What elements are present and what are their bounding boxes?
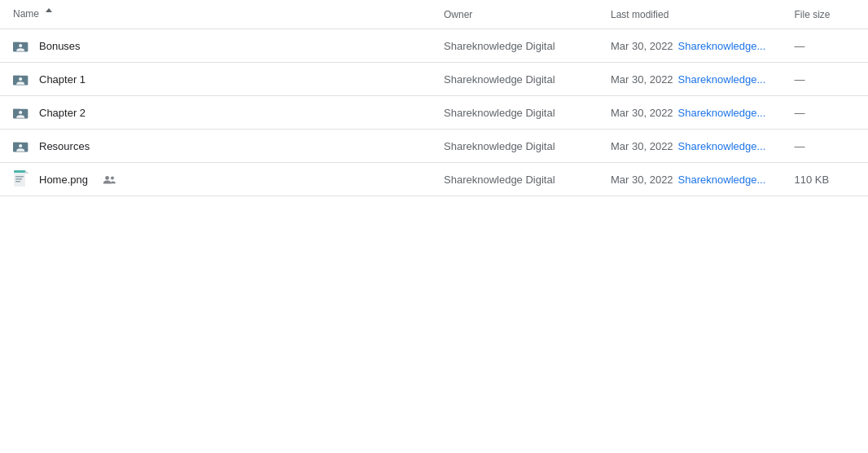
svg-point-5 — [19, 111, 22, 114]
size-cell: — — [785, 29, 869, 63]
modified-editor: Shareknowledge... — [678, 174, 766, 186]
shared-folder-icon — [13, 138, 29, 154]
size-header: File size — [785, 0, 869, 29]
modified-cell: Mar 30, 2022Shareknowledge... — [601, 29, 785, 63]
size-cell: 110 KB — [785, 163, 869, 196]
owner-header-label: Owner — [444, 9, 472, 20]
svg-point-1 — [19, 44, 22, 47]
modified-editor: Shareknowledge... — [678, 107, 766, 119]
file-name-label: Home.png — [39, 174, 88, 186]
modified-cell: Mar 30, 2022Shareknowledge... — [601, 130, 785, 163]
shared-icon — [103, 174, 116, 184]
file-name-label: Bonuses — [39, 40, 81, 52]
name-header-label: Name — [13, 8, 39, 20]
size-cell: — — [785, 130, 869, 163]
shared-folder-icon — [13, 37, 29, 54]
svg-point-3 — [19, 77, 22, 81]
svg-rect-12 — [14, 170, 25, 173]
modified-editor: Shareknowledge... — [678, 40, 766, 52]
modified-cell: Mar 30, 2022Shareknowledge... — [601, 96, 785, 130]
table-row[interactable]: Chapter 1Shareknowledge DigitalMar 30, 2… — [0, 63, 868, 96]
file-name-label: Chapter 2 — [39, 107, 85, 119]
table-row[interactable]: BonusesShareknowledge DigitalMar 30, 202… — [0, 29, 868, 63]
owner-cell: Shareknowledge Digital — [434, 96, 601, 130]
modified-date: Mar 30, 2022 — [611, 73, 673, 86]
svg-rect-11 — [15, 181, 20, 183]
owner-header: Owner — [434, 0, 601, 29]
name-cell-resources: Resources — [0, 130, 434, 163]
size-header-label: File size — [795, 9, 831, 20]
name-cell-bonuses: Bonuses — [0, 29, 434, 63]
modified-editor: Shareknowledge... — [678, 140, 766, 152]
file-name-label: Resources — [39, 140, 90, 152]
owner-cell: Shareknowledge Digital — [434, 63, 601, 96]
owner-cell: Shareknowledge Digital — [434, 163, 601, 196]
svg-point-14 — [111, 177, 114, 180]
name-header[interactable]: Name — [0, 0, 434, 29]
modified-date: Mar 30, 2022 — [611, 40, 673, 52]
file-name-label: Chapter 1 — [39, 73, 85, 86]
shared-folder-icon — [13, 104, 29, 121]
name-cell-home-png: Home.png — [0, 163, 434, 196]
modified-date: Mar 30, 2022 — [611, 107, 673, 119]
owner-cell: Shareknowledge Digital — [434, 29, 601, 63]
modified-editor: Shareknowledge... — [678, 73, 766, 86]
size-cell: — — [785, 63, 869, 96]
owner-cell: Shareknowledge Digital — [434, 130, 601, 163]
sort-icon — [45, 8, 53, 20]
name-cell-chapter2: Chapter 2 — [0, 96, 434, 130]
svg-point-7 — [19, 144, 22, 147]
shared-folder-icon — [13, 71, 29, 87]
modified-header-label: Last modified — [611, 9, 669, 20]
svg-rect-9 — [15, 176, 24, 178]
svg-point-13 — [105, 176, 109, 180]
table-row[interactable]: ResourcesShareknowledge DigitalMar 30, 2… — [0, 130, 868, 163]
size-cell: — — [785, 96, 869, 130]
modified-cell: Mar 30, 2022Shareknowledge... — [601, 63, 785, 96]
modified-header: Last modified — [601, 0, 785, 29]
image-file-icon — [13, 171, 29, 187]
table-row[interactable]: Home.png Shareknowledge DigitalMar 30, 2… — [0, 163, 868, 196]
table-row[interactable]: Chapter 2Shareknowledge DigitalMar 30, 2… — [0, 96, 868, 130]
modified-date: Mar 30, 2022 — [611, 174, 673, 186]
file-table: Name Owner Last modified File size — [0, 0, 868, 196]
svg-rect-10 — [15, 178, 22, 180]
name-cell-chapter1: Chapter 1 — [0, 63, 434, 96]
modified-date: Mar 30, 2022 — [611, 140, 673, 152]
modified-cell: Mar 30, 2022Shareknowledge... — [601, 163, 785, 196]
